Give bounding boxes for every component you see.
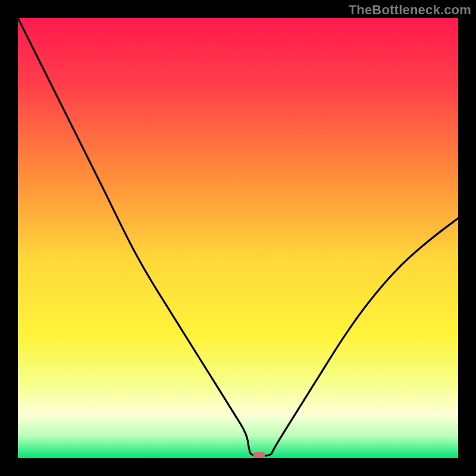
plot-area: [18, 18, 458, 458]
gradient-background: [18, 18, 458, 458]
bottleneck-chart: [18, 18, 458, 458]
chart-frame: TheBottleneck.com: [0, 0, 476, 476]
optimum-marker: [253, 452, 265, 458]
watermark-text: TheBottleneck.com: [349, 2, 471, 18]
